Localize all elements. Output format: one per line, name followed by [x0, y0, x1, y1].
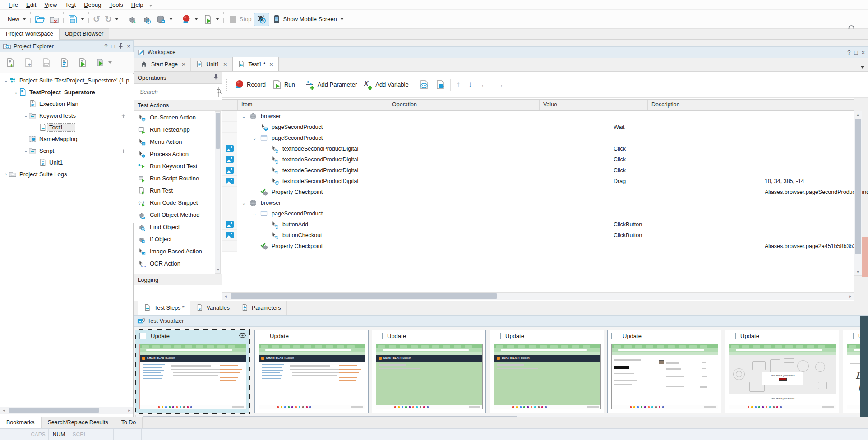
menu-item-tools[interactable]: Tools — [106, 0, 127, 9]
tree-item-project-suite-testproject-supe[interactable]: ⌄Project Suite 'TestProject_Superstore' … — [0, 74, 134, 86]
menu-overflow-arrow[interactable] — [148, 1, 152, 8]
tree-item-execution-plan[interactable]: Execution Plan — [0, 98, 134, 110]
show-mobile-screen-button[interactable]: Show Mobile Screen — [269, 13, 346, 26]
operation-call-object-method[interactable]: Call Object Method — [134, 209, 215, 221]
visualizer-screenshot[interactable]: Talk about your brandTalk about your bra… — [729, 344, 836, 409]
tree-expander[interactable]: › — [4, 172, 9, 177]
record-button[interactable]: Record — [231, 78, 269, 92]
object-spy-button[interactable] — [139, 13, 154, 26]
grid-row-buttonadd[interactable]: buttonAddClickButtonClicks the 'buttonAd… — [222, 219, 854, 230]
tree-expander[interactable]: ⌄ — [23, 148, 28, 153]
update-checkbox[interactable] — [611, 333, 618, 339]
output-tab-to-do[interactable]: To Do — [115, 417, 143, 428]
operation-run-keyword-test[interactable]: Run Keyword Test — [134, 160, 215, 172]
tree-item-testproject-superstore[interactable]: ⌄TestProject_Superstore — [0, 86, 134, 98]
tree-item-script[interactable]: ⌄Script+ — [0, 145, 134, 156]
tree-expander[interactable]: ⌄ — [23, 113, 28, 118]
tree-item-unit1[interactable]: Unit1 — [0, 156, 134, 168]
screenshot-thumbnail-icon[interactable] — [226, 221, 234, 228]
stop-button[interactable]: Stop — [226, 13, 254, 26]
operations-group-logging[interactable]: Logging — [134, 274, 222, 285]
grid-row-textnodesecondproductdigital[interactable]: textnodeSecondProductDigitalClickClicks … — [222, 143, 854, 154]
outdent-button[interactable]: ← — [476, 80, 492, 89]
update-checkbox[interactable] — [259, 333, 265, 339]
operation-image-based-action[interactable]: Image Based Action — [134, 245, 215, 257]
doc-tab-test1-[interactable]: Test1 *✕ — [232, 57, 278, 71]
redo-button[interactable]: ↻ — [102, 14, 121, 25]
output-tab-search-replace-results[interactable]: Search/Replace Results — [42, 417, 115, 428]
move-down-button[interactable]: ↓ — [464, 80, 476, 89]
screenshot-thumbnail-icon[interactable] — [226, 167, 234, 174]
operation-on-screen-action[interactable]: On-Screen Action — [134, 111, 215, 124]
record-test-button[interactable] — [179, 13, 200, 26]
save-button[interactable] — [65, 13, 87, 26]
menu-item-test[interactable]: Test — [61, 0, 80, 9]
run-test-button[interactable] — [200, 13, 222, 26]
editor-tab-variables[interactable]: Variables — [190, 301, 235, 315]
visualizer-card[interactable]: UpdateSMARTBEAR | Support — [254, 330, 369, 413]
add-label-button[interactable] — [432, 78, 448, 92]
update-checkbox[interactable] — [139, 333, 146, 339]
screenshot-thumbnail-icon[interactable] — [226, 156, 234, 163]
editor-tab-parameters[interactable]: Parameters — [235, 301, 287, 315]
thumbnail-brand-button[interactable] — [779, 378, 787, 381]
grid-row-buttoncheckout[interactable]: buttonCheckoutClickButtonClicks the 'but… — [222, 230, 854, 241]
explorer-help-button[interactable]: ? — [104, 43, 107, 50]
tree-item-keywordtests[interactable]: ⌄KeywordTests+ — [0, 110, 134, 121]
grid-row-property-checkpoint[interactable]: Property CheckpointAliases.browser.pageS… — [222, 187, 854, 197]
update-checkbox[interactable] — [376, 333, 383, 339]
move-up-button[interactable]: ↑ — [452, 80, 465, 89]
operation-run-test[interactable]: Run Test — [134, 184, 215, 197]
run-project-suite-button[interactable] — [93, 56, 114, 69]
doc-tab-close-icon[interactable]: ✕ — [223, 61, 227, 68]
open-item-button[interactable] — [39, 56, 53, 69]
workspace-help-button[interactable]: ? — [847, 49, 850, 56]
grid-row-pagesecondproduct[interactable]: ⌄pageSecondProduct — [222, 208, 854, 219]
operation-run-script-routine[interactable]: Run Script Routine — [134, 172, 215, 184]
visualizer-card[interactable]: Update — [607, 330, 721, 413]
grid-header-value[interactable]: Value — [540, 100, 648, 110]
grid-row-pagesecondproduct[interactable]: ⌄pageSecondProduct — [222, 133, 854, 143]
grid-row-expander[interactable]: ⌄ — [242, 114, 245, 119]
workspace-close-button[interactable]: × — [861, 49, 865, 56]
tree-expander[interactable]: ⌄ — [14, 90, 18, 95]
tree-expander[interactable]: ⌄ — [4, 78, 9, 83]
visualizer-screenshot[interactable]: SMARTBEAR | Support — [494, 344, 601, 409]
editor-tab-test-steps-[interactable]: Test Steps * — [138, 301, 190, 315]
grid-header-item[interactable]: Item — [238, 100, 388, 110]
doc-tab-start-page[interactable]: Start Page✕ — [136, 58, 191, 71]
output-tab-bookmarks[interactable]: Bookmarks — [0, 417, 42, 428]
update-checkbox[interactable] — [494, 333, 501, 339]
grid-row-browser[interactable]: ⌄browser — [222, 111, 854, 122]
menu-item-edit[interactable]: Edit — [22, 0, 40, 9]
add-comment-button[interactable] — [416, 78, 432, 92]
open-file-button[interactable] — [32, 13, 47, 26]
operations-group-test-actions[interactable]: Test Actions — [134, 100, 222, 111]
explorer-pin-button[interactable] — [118, 43, 123, 50]
operation-run-code-snippet[interactable]: {··}Run Code Snippet — [134, 197, 215, 209]
visualizer-card[interactable]: UpdateTalk about your brandTalk about yo… — [725, 330, 839, 413]
tree-item-project-suite-logs[interactable]: ›Project Suite Logs — [0, 168, 134, 180]
explorer-maximize-button[interactable]: □ — [111, 43, 115, 50]
grid-row-textnodesecondproductdigital[interactable]: textnodeSecondProductDigitalClickClicks … — [222, 154, 854, 165]
add-project-item-button[interactable]: + — [3, 56, 17, 69]
tree-add-button[interactable]: + — [121, 112, 125, 119]
grid-header-operation[interactable]: Operation — [388, 100, 540, 110]
grid-row-expander[interactable]: ⌄ — [253, 211, 256, 216]
operations-search-input[interactable] — [137, 89, 216, 95]
tab-object-browser[interactable]: Object Browser — [59, 28, 109, 39]
grid-row-expander[interactable]: ⌄ — [253, 136, 256, 141]
explorer-close-button[interactable]: × — [127, 43, 130, 50]
execution-plan-button[interactable] — [57, 56, 71, 69]
visualizer-screenshot[interactable]: SMARTBEAR | Support — [139, 344, 246, 409]
menu-item-debug[interactable]: Debug — [80, 0, 105, 9]
doc-tab-unit1[interactable]: Unit1✕ — [191, 58, 232, 71]
add-variable-button[interactable]: X Add Variable — [360, 78, 411, 92]
screenshot-thumbnail-icon[interactable] — [226, 178, 234, 184]
operation-process-action[interactable]: Process Action — [134, 148, 215, 160]
grid-header-description[interactable]: Description — [648, 100, 854, 110]
operation-if-object[interactable]: If Object — [134, 233, 215, 245]
grid-row-property-checkpoint[interactable]: Property CheckpointAliases.browser.page2… — [222, 241, 854, 252]
operations-pin-button[interactable] — [213, 74, 218, 81]
operation-run-testedapp[interactable]: Run TestedApp — [134, 124, 215, 136]
